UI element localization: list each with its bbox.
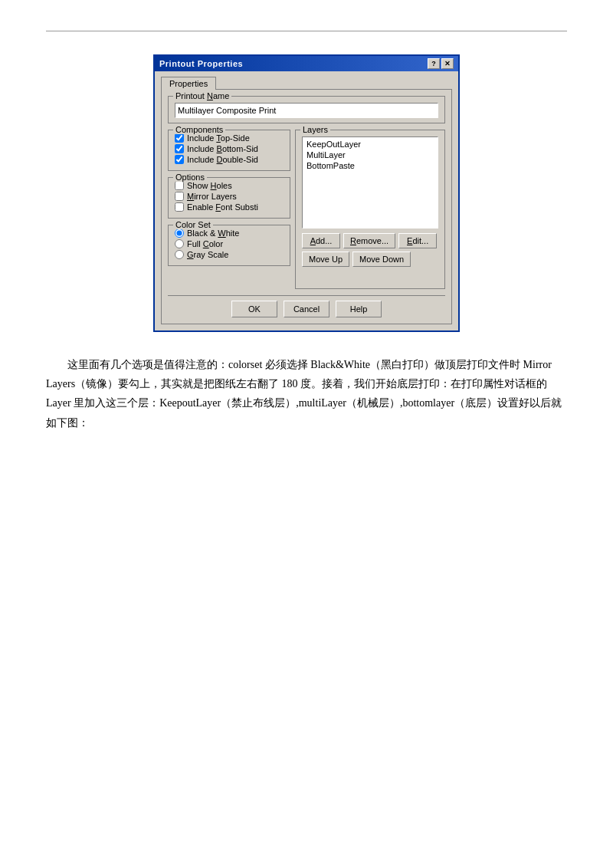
help-button[interactable]: Help [336,301,382,317]
main-columns: Components Include Top-Side Include Bott… [168,130,445,289]
printout-properties-dialog: Printout Properties ? ✕ Properties Print… [153,54,460,332]
printout-name-input[interactable] [175,103,438,118]
remove-layer-button[interactable]: Remove... [343,233,395,248]
layer-action-buttons: Add... Remove... Edit... Move Up Move Do… [302,233,438,267]
options-group: Options Show Holes Mirror Layers [168,177,290,219]
properties-tab[interactable]: Properties [161,77,216,90]
enable-font-checkbox[interactable] [175,202,184,212]
full-color-radio[interactable] [175,239,184,248]
mirror-layers-row: Mirror Layers [175,192,284,201]
layer-item-keepout[interactable]: KeepOutLayer [304,139,436,150]
show-holes-row: Show Holes [175,181,284,190]
printout-name-label: Printout Name [173,91,231,100]
layers-listbox-container: KeepOutLayer MultiLayer BottomPaste [302,136,438,229]
dialog-titlebar: Printout Properties ? ✕ [155,56,458,71]
layers-group: Layers KeepOutLayer MultiLayer BottomPas… [295,130,445,289]
include-topside-checkbox[interactable] [175,133,184,143]
dialog-body: Properties Printout Name Components [155,71,458,330]
color-set-group: Color Set Black & White Full Color [168,225,290,266]
move-up-button[interactable]: Move Up [302,252,349,267]
show-holes-checkbox[interactable] [175,181,184,190]
layer-item-multi[interactable]: MultiLayer [304,150,436,160]
enable-font-label: Enable Font Substi [187,202,258,212]
close-titlebar-button[interactable]: ✕ [441,58,454,69]
full-color-row: Full Color [175,239,284,248]
include-doubleside-row: Include Double-Sid [175,155,284,164]
body-text: 这里面有几个选项是值得注意的：colorset 必须选择 Black&White… [46,355,567,432]
right-column: Layers KeepOutLayer MultiLayer BottomPas… [295,130,445,289]
mirror-layers-checkbox[interactable] [175,192,184,201]
components-label: Components [173,125,225,134]
include-bottomside-row: Include Bottom-Sid [175,144,284,153]
help-titlebar-button[interactable]: ? [428,58,440,69]
cancel-button[interactable]: Cancel [284,301,329,317]
layer-add-remove-btns: Add... Remove... Edit... [302,233,438,248]
black-white-radio[interactable] [175,229,184,238]
color-set-label: Color Set [173,220,213,229]
ok-button[interactable]: OK [231,301,277,317]
titlebar-buttons: ? ✕ [428,58,454,69]
dialog-wrapper: Printout Properties ? ✕ Properties Print… [46,54,567,332]
options-label: Options [173,173,207,182]
show-holes-label: Show Holes [187,181,232,190]
black-white-row: Black & White [175,229,284,238]
include-bottomside-label: Include Bottom-Sid [187,144,258,153]
dialog-content-area: Printout Name Components Include Top-Sid… [161,89,452,324]
dialog-bottom-buttons: OK Cancel Help [168,295,445,317]
enable-font-row: Enable Font Substi [175,202,284,212]
move-down-button[interactable]: Move Down [352,252,411,267]
dialog-title: Printout Properties [159,59,243,68]
properties-tab-label: Properties [169,79,208,88]
include-topside-row: Include Top-Side [175,133,284,143]
layer-item-bottompaste[interactable]: BottomPaste [304,160,436,171]
left-column: Components Include Top-Side Include Bott… [168,130,290,289]
include-doubleside-checkbox[interactable] [175,155,184,164]
layer-move-btns: Move Up Move Down [302,252,438,267]
body-text-content: 这里面有几个选项是值得注意的：colorset 必须选择 Black&White… [46,359,562,429]
include-doubleside-label: Include Double-Sid [187,155,258,164]
edit-layer-button[interactable]: Edit... [398,233,437,248]
gray-scale-radio[interactable] [175,250,184,259]
tab-bar: Properties [161,76,452,89]
include-topside-label: Include Top-Side [187,133,250,143]
top-divider [46,31,567,31]
include-bottomside-checkbox[interactable] [175,144,184,153]
printout-name-group: Printout Name [168,96,445,123]
full-color-label: Full Color [187,239,223,248]
black-white-label: Black & White [187,229,240,238]
add-layer-button[interactable]: Add... [302,233,340,248]
layers-listbox[interactable]: KeepOutLayer MultiLayer BottomPaste [302,136,438,229]
layers-label: Layers [300,125,330,134]
gray-scale-label: Gray Scale [187,250,228,259]
gray-scale-row: Gray Scale [175,250,284,259]
components-group: Components Include Top-Side Include Bott… [168,130,290,171]
mirror-layers-label: Mirror Layers [187,192,237,201]
